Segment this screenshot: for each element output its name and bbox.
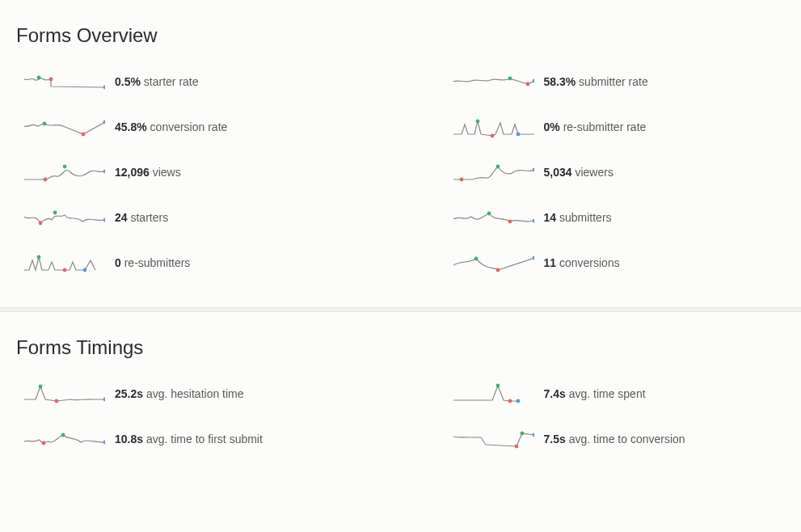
sparkline-submitters [453,205,534,230]
forms-overview-title: Forms Overview [16,24,785,47]
metric-value-resubmitter-rate: 0% [544,120,560,133]
metric-starter-rate: 0.5% starter rate [24,70,356,94]
metric-label-starters: starters [130,211,168,224]
metric-avg-hesitation: 25.2s avg. hesitation time [24,382,356,406]
sparkline-avg-time-conv [453,427,534,451]
sparkline-avg-first-submit [24,427,105,451]
svg-point-40 [514,445,518,449]
metric-label-conversions: conversions [559,256,620,269]
metric-value-submitter-rate: 58.3% [544,75,576,88]
sparkline-conversion-rate [24,115,105,139]
metric-value-viewers: 5,034 [544,166,572,179]
metric-label-resubmitters: re-submitters [124,256,191,269]
svg-point-39 [520,432,524,436]
metric-value-starter-rate: 0.5% [115,75,141,88]
svg-point-38 [103,441,105,445]
metric-value-starters: 24 [115,211,128,224]
sparkline-avg-hesitation [24,382,105,406]
metric-text-submitter-rate: 58.3% submitter rate [544,75,648,88]
metric-text-starter-rate: 0.5% starter rate [115,75,199,88]
svg-point-2 [103,86,105,90]
svg-point-7 [82,133,86,137]
svg-point-23 [532,219,533,223]
svg-point-29 [532,256,533,260]
metric-label-starter-rate: starter rate [144,75,199,88]
metric-text-resubmitter-rate: 0% re-submitter rate [544,120,647,133]
svg-point-6 [43,122,47,126]
svg-point-27 [474,257,478,261]
forms-timings-grid: 25.2s avg. hesitation time7.4s avg. time… [16,382,785,451]
svg-point-1 [49,78,53,82]
svg-point-13 [44,178,48,182]
metric-value-conversions: 11 [544,256,557,269]
metric-text-avg-hesitation: 25.2s avg. hesitation time [115,387,244,400]
svg-point-10 [490,134,494,138]
metric-value-conversion-rate: 45.8% [115,120,147,133]
metric-resubmitters: 0 re-submitters [24,251,356,275]
metric-value-views: 12,096 [115,166,150,179]
sparkline-conversions [453,251,534,275]
metric-submitters: 14 submitters [453,205,786,230]
svg-point-26 [83,268,87,272]
svg-point-25 [63,268,67,272]
forms-overview-panel: Forms Overview 0.5% starter rate58.3% su… [0,0,801,307]
sparkline-resubmitters [24,251,105,275]
metric-viewers: 5,034 viewers [453,160,786,184]
sparkline-starter-rate [24,70,105,94]
svg-point-37 [42,441,46,445]
svg-point-12 [63,165,67,169]
svg-point-4 [525,82,529,87]
metric-text-views: 12,096 views [115,166,181,179]
svg-point-31 [55,399,59,403]
metric-label-avg-time-spent: avg. time spent [569,387,646,400]
metric-resubmitter-rate: 0% re-submitter rate [453,115,786,139]
metric-value-avg-hesitation: 25.2s [115,387,143,400]
metric-conversion-rate: 45.8% conversion rate [24,115,356,139]
svg-point-20 [103,218,105,222]
svg-point-34 [508,399,512,403]
metric-avg-time-spent: 7.4s avg. time spent [453,382,786,406]
metric-submitter-rate: 58.3% submitter rate [453,70,786,94]
svg-point-36 [61,433,65,437]
metric-label-avg-time-conv: avg. time to conversion [569,433,685,445]
svg-point-41 [532,433,533,437]
metric-avg-first-submit: 10.8s avg. time to first submit [24,427,356,451]
metric-text-starters: 24 starters [115,211,168,224]
forms-overview-grid: 0.5% starter rate58.3% submitter rate45.… [16,70,785,275]
metric-text-conversions: 11 conversions [544,256,620,269]
metric-views: 12,096 views [24,160,356,184]
metric-avg-time-conv: 7.5s avg. time to conversion [453,427,786,451]
metric-text-avg-time-conv: 7.5s avg. time to conversion [544,433,685,445]
metric-text-submitters: 14 submitters [544,211,612,224]
metric-text-viewers: 5,034 viewers [544,166,613,179]
svg-point-9 [475,120,479,124]
svg-point-22 [508,220,512,224]
svg-point-33 [495,384,500,388]
svg-point-0 [37,76,41,80]
metric-label-avg-first-submit: avg. time to first submit [146,433,263,445]
metric-value-avg-time-conv: 7.5s [544,433,566,445]
metric-conversions: 11 conversions [453,251,786,275]
svg-point-18 [53,211,57,215]
svg-point-15 [495,165,500,169]
sparkline-starters [24,205,105,230]
metric-text-conversion-rate: 45.8% conversion rate [115,120,227,133]
metric-label-submitter-rate: submitter rate [579,75,648,88]
metric-value-avg-first-submit: 10.8s [115,433,143,445]
forms-timings-panel: Forms Timings 25.2s avg. hesitation time… [0,312,801,483]
metric-text-resubmitters: 0 re-submitters [115,256,190,269]
svg-point-32 [103,398,105,402]
metric-value-resubmitters: 0 [115,256,121,269]
svg-point-14 [103,170,105,174]
metric-text-avg-first-submit: 10.8s avg. time to first submit [115,433,263,445]
svg-point-17 [532,168,533,172]
sparkline-views [24,160,105,184]
metric-label-avg-hesitation: avg. hesitation time [146,387,244,400]
sparkline-resubmitter-rate [453,115,534,139]
metric-label-resubmitter-rate: re-submitter rate [563,120,647,133]
sparkline-avg-time-spent [453,382,534,406]
metric-label-viewers: viewers [575,166,613,179]
metric-text-avg-time-spent: 7.4s avg. time spent [544,387,646,400]
forms-timings-title: Forms Timings [16,336,785,359]
svg-point-21 [487,212,491,216]
